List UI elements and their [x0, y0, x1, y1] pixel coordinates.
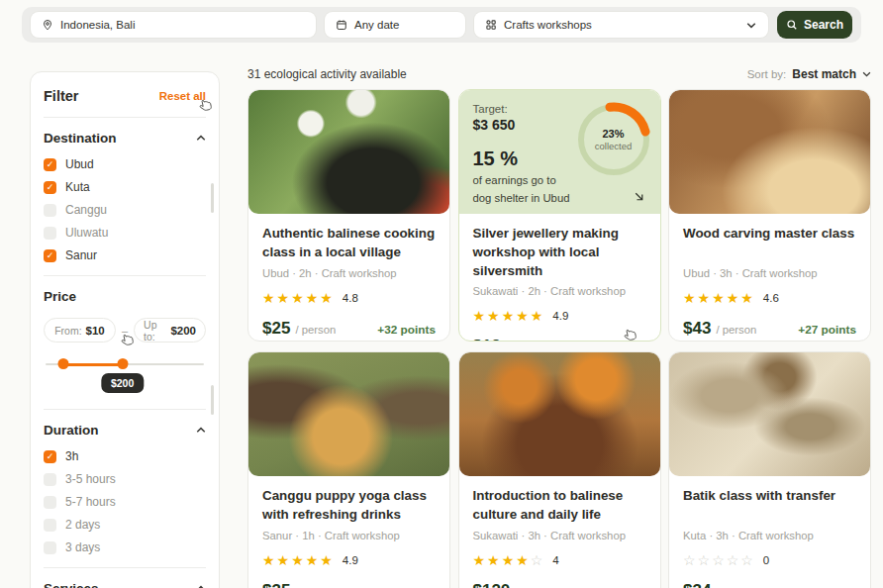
rating-stars: ★★★★★: [683, 291, 755, 305]
checkbox-2-days[interactable]: 2 days: [44, 518, 206, 532]
services-section-title: Services: [44, 581, 99, 588]
activity-meta: Ubud · 3h · Craft workshop: [683, 267, 856, 279]
rating-value: 4.8: [343, 292, 358, 304]
checkbox-icon[interactable]: [44, 496, 56, 509]
chevron-down-icon: [862, 71, 871, 77]
activity-meta: Ubud · 2h · Craft workshop: [262, 267, 436, 279]
collected-percentage: 23%: [602, 128, 624, 140]
checkbox-icon[interactable]: [44, 227, 56, 240]
sort-dropdown[interactable]: Sort by: Best match: [747, 67, 871, 81]
slider-handle-max[interactable]: [117, 358, 128, 369]
checkbox-label: Kuta: [65, 180, 90, 194]
location-input[interactable]: Indonesia, Bali: [31, 12, 316, 38]
activity-photo: [248, 90, 449, 214]
per-person-label: / person: [716, 324, 798, 336]
rating-stars: ★★★★★: [473, 309, 545, 323]
checkbox-icon[interactable]: [44, 519, 56, 532]
price: $25: [262, 319, 290, 339]
rating-value: 4: [552, 554, 558, 566]
location-value: Indonesia, Bali: [60, 19, 135, 31]
price: $43: [683, 319, 711, 339]
checkbox-icon[interactable]: [44, 473, 56, 486]
calendar-icon: [336, 19, 347, 31]
activity-title: Canggu puppy yoga class with refreshing …: [262, 487, 436, 525]
activity-meta: Sanur · 1h · Craft workshop: [262, 530, 436, 541]
price: $120: [473, 581, 511, 588]
activity-card-wood-carving[interactable]: Wood carving master class Ubud · 3h · Cr…: [668, 89, 871, 342]
filter-panel: Filter Reset all Destination ✓ Ubud ✓ Ku…: [30, 71, 220, 588]
checkbox-3h[interactable]: ✓ 3h: [44, 449, 206, 463]
checkbox-3-5-hours[interactable]: 3-5 hours: [44, 472, 206, 486]
activity-card-batik-class[interactable]: Batik class with transfer Kuta · 3h · Cr…: [668, 351, 871, 588]
price-range-dash: –: [122, 325, 128, 337]
search-button[interactable]: Search: [777, 11, 852, 39]
collected-caption: collected: [595, 141, 633, 151]
checkbox-kuta[interactable]: ✓ Kuta: [44, 180, 206, 194]
activity-meta: Kuta · 3h · Craft workshop: [683, 530, 856, 541]
checkbox-uluwatu[interactable]: Uluwatu: [44, 226, 206, 240]
slider-tooltip: $200: [101, 373, 144, 393]
checkbox-label: 5-7 hours: [65, 495, 116, 509]
slider-handle-min[interactable]: [58, 358, 69, 369]
activity-photo: [459, 352, 660, 476]
activity-title: Introduction to balinese culture and dai…: [473, 487, 646, 525]
chevron-up-icon[interactable]: [196, 135, 206, 142]
scrollbar-thumb[interactable]: [211, 385, 214, 415]
filter-title: Filter: [44, 88, 78, 104]
checkbox-label: Sanur: [65, 248, 97, 262]
checkbox-icon[interactable]: [44, 541, 56, 554]
points-badge: +27 points: [798, 323, 856, 337]
price-to-value: $200: [170, 325, 196, 337]
category-select[interactable]: Crafts workshops: [474, 12, 768, 38]
activity-photo: [669, 90, 870, 214]
sort-label: Sort by:: [747, 68, 787, 80]
rating-stars: ☆☆☆☆☆: [683, 553, 755, 567]
activity-title: Wood carving master class: [683, 225, 856, 262]
activity-grid: Authentic balinese cooking class in a lo…: [247, 89, 871, 588]
donut-chart: 23% collected: [576, 102, 651, 177]
activity-title: Batik class with transfer: [683, 487, 856, 525]
date-input[interactable]: Any date: [325, 12, 465, 38]
divider: [44, 567, 206, 568]
checkbox-label: 3h: [65, 449, 78, 463]
search-bar: Indonesia, Bali Any date Crafts workshop…: [22, 7, 861, 43]
rating-value: 4.6: [763, 292, 779, 304]
price: $35: [262, 581, 290, 588]
price-from-value: $10: [86, 325, 105, 337]
price-to-label: Up to:: [144, 319, 166, 343]
activity-title: Silver jewellery making workshop with lo…: [473, 225, 646, 280]
price-from-input[interactable]: From: $10: [44, 318, 116, 343]
checkbox-ubud[interactable]: ✓ Ubud: [44, 157, 206, 171]
duration-section-title: Duration: [44, 423, 99, 438]
divider: [44, 409, 206, 410]
activity-card-puppy-yoga[interactable]: Canggu puppy yoga class with refreshing …: [247, 351, 450, 588]
price: $19: [473, 337, 501, 342]
checkbox-3-days[interactable]: 3 days: [44, 540, 206, 554]
checkbox-sanur[interactable]: ✓ Sanur: [44, 248, 206, 262]
reset-all-link[interactable]: Reset all: [159, 90, 206, 102]
activity-photo: [248, 352, 449, 476]
price-section-title: Price: [44, 289, 76, 304]
activity-card-cooking-class[interactable]: Authentic balinese cooking class in a lo…: [247, 89, 450, 342]
checkbox-5-7-hours[interactable]: 5-7 hours: [44, 495, 206, 509]
checkbox-icon[interactable]: ✓: [44, 450, 56, 463]
checkbox-label: Canggu: [65, 203, 107, 217]
scrollbar-thumb[interactable]: [211, 183, 214, 213]
price-range-slider[interactable]: $200: [46, 358, 204, 370]
activity-card-silver-workshop[interactable]: Target: $3 650 15 % of earnings go to do…: [458, 89, 661, 342]
activity-meta: Sukawati · 3h · Craft workshop: [473, 530, 646, 541]
fundraiser-banner[interactable]: Target: $3 650 15 % of earnings go to do…: [459, 90, 660, 214]
chevron-up-icon[interactable]: [196, 427, 206, 434]
category-grid-icon: [485, 19, 497, 31]
checkbox-icon[interactable]: [44, 204, 56, 217]
price-to-input[interactable]: Up to: $200: [134, 318, 206, 343]
category-value: Crafts workshops: [504, 19, 592, 31]
checkbox-canggu[interactable]: Canggu: [44, 203, 206, 217]
checkbox-icon[interactable]: ✓: [44, 249, 56, 262]
checkbox-icon[interactable]: ✓: [44, 181, 56, 194]
rating-stars: ★★★★★: [262, 291, 335, 305]
search-button-label: Search: [804, 18, 843, 32]
activity-card-balinese-culture[interactable]: Introduction to balinese culture and dai…: [458, 351, 661, 588]
checkbox-icon[interactable]: ✓: [44, 158, 56, 171]
divider: [44, 117, 206, 118]
